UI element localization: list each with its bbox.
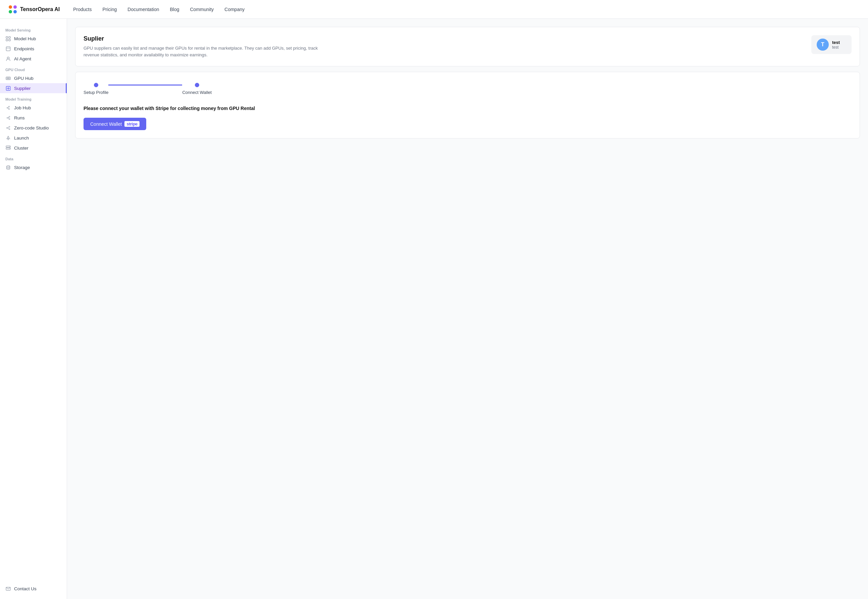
avatar: T: [817, 39, 829, 51]
svg-point-26: [9, 128, 10, 129]
nav-pricing[interactable]: Pricing: [102, 7, 117, 12]
sidebar-label-gpu-hub: GPU Hub: [14, 76, 33, 81]
sidebar-label-model-hub: Model Hub: [14, 36, 36, 41]
sidebar-label-cluster: Cluster: [14, 146, 29, 151]
svg-line-19: [8, 107, 8, 107]
sidebar-item-gpu-hub[interactable]: GPU Hub: [0, 73, 67, 83]
logo-icon: [8, 5, 17, 14]
sidebar-item-storage[interactable]: Storage: [0, 163, 67, 172]
nav-documentation[interactable]: Documentation: [128, 7, 159, 12]
user-info: test test: [832, 40, 840, 50]
setup-card: Setup Profile Connect Wallet Please conn…: [75, 72, 860, 138]
svg-point-22: [9, 116, 10, 117]
sidebar-label-ai-agent: AI Agent: [14, 56, 31, 62]
user-role: test: [832, 45, 840, 50]
svg-point-24: [6, 128, 8, 128]
step-2-dot: [195, 83, 199, 87]
sidebar-label-zero-code-studio: Zero-code Studio: [14, 125, 49, 131]
svg-rect-14: [9, 77, 9, 79]
user-avatar-area: T test test: [811, 35, 851, 54]
svg-rect-11: [6, 77, 11, 80]
svg-point-1: [14, 5, 17, 9]
svg-point-2: [9, 10, 12, 14]
jobs-icon: [5, 105, 11, 110]
step-2: Connect Wallet: [182, 83, 212, 95]
cluster-icon: [5, 145, 11, 151]
nav-blog[interactable]: Blog: [170, 7, 179, 12]
sidebar: Model Serving Model Hub Endpoints: [0, 19, 67, 599]
svg-line-27: [8, 127, 9, 128]
svg-rect-8: [6, 47, 10, 51]
user-name: test: [832, 40, 840, 45]
agent-icon: [5, 56, 11, 62]
svg-point-3: [14, 10, 17, 14]
supplier-info-text: Suplier GPU suppliers can easily list an…: [84, 35, 318, 58]
supplier-icon: [5, 86, 11, 91]
sidebar-label-launch: Launch: [14, 135, 29, 140]
storage-icon: [5, 165, 11, 170]
step-2-label: Connect Wallet: [182, 90, 212, 95]
svg-point-0: [9, 5, 12, 9]
sidebar-item-endpoints[interactable]: Endpoints: [0, 44, 67, 54]
sidebar-section-model-serving: Model Serving: [0, 24, 67, 33]
nav-company[interactable]: Company: [224, 7, 245, 12]
svg-rect-12: [7, 77, 8, 79]
box-icon: [5, 46, 11, 51]
stripe-badge: stripe: [125, 121, 139, 127]
sidebar-item-job-hub[interactable]: Job Hub: [0, 102, 67, 113]
main-content: Suplier GPU suppliers can easily list an…: [67, 19, 868, 599]
svg-rect-4: [6, 36, 8, 38]
svg-point-16: [7, 107, 8, 108]
svg-point-21: [7, 117, 8, 118]
grid-icon: [5, 36, 11, 41]
sidebar-section-data: Data: [0, 153, 67, 163]
svg-point-29: [8, 138, 8, 138]
sidebar-item-zero-code-studio[interactable]: Zero-code Studio: [0, 123, 67, 133]
top-navigation: TensorOpera AI Products Pricing Document…: [0, 0, 868, 19]
svg-line-28: [8, 128, 9, 129]
step-1: Setup Profile: [84, 83, 108, 95]
nav-products[interactable]: Products: [73, 7, 92, 12]
supplier-info-card: Suplier GPU suppliers can easily list an…: [75, 27, 860, 66]
sidebar-item-runs[interactable]: Runs: [0, 113, 67, 123]
svg-point-34: [6, 166, 10, 167]
connect-wallet-button[interactable]: Connect Wallet stripe: [84, 118, 146, 130]
sidebar-label-contact-us: Contact Us: [14, 586, 36, 591]
supplier-description: GPU suppliers can easily list and manage…: [84, 45, 318, 58]
sidebar-section-model-training: Model Training: [0, 93, 67, 102]
svg-point-25: [9, 126, 10, 127]
layout: Model Serving Model Hub Endpoints: [0, 19, 868, 599]
sidebar-item-launch[interactable]: Launch: [0, 133, 67, 143]
wallet-instruction: Please connect your wallet with Stripe f…: [84, 105, 851, 111]
svg-rect-5: [9, 36, 11, 38]
step-connector: [108, 84, 182, 86]
sidebar-item-model-hub[interactable]: Model Hub: [0, 33, 67, 44]
svg-line-20: [8, 108, 8, 109]
svg-point-17: [8, 106, 9, 107]
svg-rect-13: [8, 77, 8, 79]
svg-point-18: [8, 108, 9, 109]
connect-wallet-button-label: Connect Wallet: [90, 121, 122, 127]
sidebar-item-supplier[interactable]: Supplier: [0, 83, 67, 93]
svg-point-33: [9, 148, 10, 149]
logo[interactable]: TensorOpera AI: [8, 5, 60, 14]
launch-icon: [5, 135, 11, 140]
nav-community[interactable]: Community: [190, 7, 214, 12]
sidebar-item-contact-us[interactable]: Contact Us: [0, 584, 67, 594]
svg-rect-7: [9, 39, 11, 41]
step-1-label: Setup Profile: [84, 90, 108, 95]
stepper: Setup Profile Connect Wallet: [84, 80, 851, 95]
sidebar-label-storage: Storage: [14, 165, 30, 170]
sidebar-label-runs: Runs: [14, 115, 25, 120]
gpu-icon: [5, 75, 11, 81]
supplier-title: Suplier: [84, 35, 318, 42]
sidebar-label-job-hub: Job Hub: [14, 105, 31, 110]
nav-links: Products Pricing Documentation Blog Comm…: [73, 7, 245, 12]
step-1-dot: [94, 83, 98, 87]
contact-icon: [5, 586, 11, 591]
sidebar-item-cluster[interactable]: Cluster: [0, 143, 67, 153]
runs-icon: [5, 115, 11, 120]
svg-rect-6: [6, 39, 8, 41]
sidebar-item-ai-agent[interactable]: AI Agent: [0, 54, 67, 64]
sidebar-section-gpu-cloud: GPU Cloud: [0, 64, 67, 73]
